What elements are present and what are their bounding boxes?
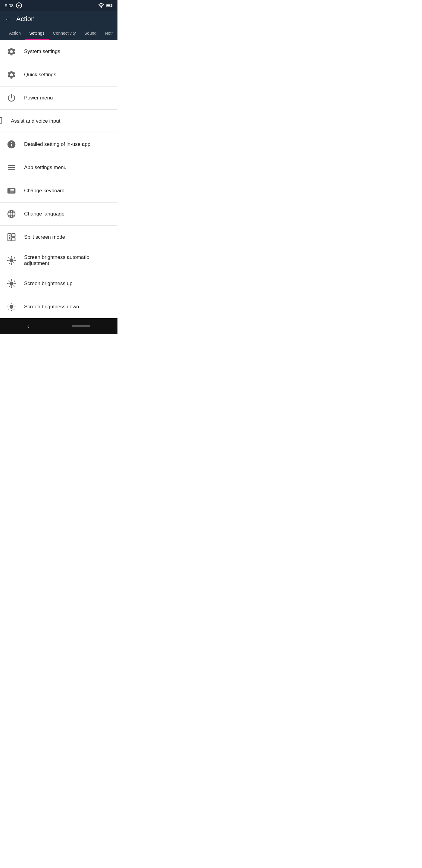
svg-rect-2 [112, 5, 112, 6]
globe-icon [5, 207, 18, 221]
list-item-brightness-up[interactable]: Screen brightness up [0, 272, 118, 296]
media-icon [16, 2, 22, 8]
brightness-auto-label: Screen brightness automatic adjustment [24, 254, 112, 267]
svg-point-0 [101, 7, 101, 8]
system-settings-label: System settings [24, 49, 60, 55]
change-language-label: Change language [24, 211, 64, 217]
svg-line-19 [9, 309, 9, 310]
assist-voice-label: Assist and voice input [11, 118, 60, 124]
list-item-change-keyboard[interactable]: Change keyboard [0, 179, 118, 203]
list-item-split-screen[interactable]: Split screen mode [0, 226, 118, 249]
svg-point-11 [10, 305, 13, 309]
info-icon [5, 138, 18, 151]
tab-connectivity[interactable]: Connectivity [49, 27, 80, 40]
nav-home-pill[interactable] [72, 325, 90, 327]
app-settings-menu-label: App settings menu [24, 164, 67, 170]
list-item-quick-settings[interactable]: Quick settings [0, 63, 118, 87]
power-icon [5, 91, 18, 104]
header: ← Action Action Settings Connectivity So… [0, 11, 118, 40]
brightness-up-icon [5, 277, 18, 290]
nav-bar: ‹ [0, 318, 118, 334]
list-item-change-language[interactable]: Change language [0, 203, 118, 226]
back-button[interactable]: ← [5, 15, 11, 23]
status-bar: 9:08 [0, 0, 118, 11]
list-item-app-settings-menu[interactable]: App settings menu [0, 156, 118, 179]
page-title: Action [16, 15, 35, 23]
gear-icon [5, 45, 18, 58]
brightness-down-icon [5, 300, 18, 313]
tab-settings[interactable]: Settings [25, 27, 49, 40]
quick-settings-label: Quick settings [24, 72, 56, 78]
svg-point-9 [9, 238, 10, 239]
svg-line-16 [9, 304, 9, 305]
brightness-up-label: Screen brightness up [24, 281, 73, 287]
detailed-setting-label: Detailed setting of in-use app [24, 141, 90, 147]
nav-back-button[interactable]: ‹ [27, 323, 30, 330]
change-keyboard-label: Change keyboard [24, 188, 64, 194]
battery-icon [106, 3, 112, 7]
brightness-auto-icon: A [5, 254, 18, 267]
tab-action[interactable]: Action [5, 27, 25, 40]
tab-sound[interactable]: Sound [80, 27, 101, 40]
brightness-down-label: Screen brightness down [24, 304, 79, 310]
status-time-area: 9:08 [5, 2, 22, 8]
list-item-power-menu[interactable]: Power menu [0, 87, 118, 110]
svg-point-7 [9, 235, 10, 236]
list-item-detailed-setting[interactable]: Detailed setting of in-use app [0, 133, 118, 156]
time-display: 9:08 [5, 3, 13, 8]
keyboard-icon [5, 184, 18, 197]
power-menu-label: Power menu [24, 95, 53, 101]
settings-list: System settings Quick settings Power men… [0, 40, 118, 318]
assist-star-icon [0, 115, 5, 128]
svg-line-17 [14, 309, 14, 310]
svg-rect-5 [12, 234, 15, 237]
svg-line-18 [14, 304, 14, 305]
menu-icon [5, 161, 18, 174]
svg-point-8 [9, 237, 10, 238]
list-item-assist-voice[interactable]: Assist and voice input [0, 110, 118, 133]
tab-notification[interactable]: Notification [101, 27, 112, 40]
list-item-brightness-down[interactable]: Screen brightness down [0, 296, 118, 318]
split-screen-label: Split screen mode [24, 234, 65, 240]
gear-icon-2 [5, 68, 18, 82]
list-item-system-settings[interactable]: System settings [0, 40, 118, 63]
svg-text:A: A [10, 258, 13, 262]
wifi-icon [98, 3, 104, 8]
tab-bar: Action Settings Connectivity Sound Notif… [5, 27, 112, 40]
header-top: ← Action [5, 15, 112, 27]
svg-rect-6 [12, 238, 15, 241]
split-screen-icon [5, 230, 18, 244]
status-icons [98, 3, 112, 8]
list-item-brightness-auto[interactable]: A Screen brightness automatic adjustment [0, 249, 118, 272]
